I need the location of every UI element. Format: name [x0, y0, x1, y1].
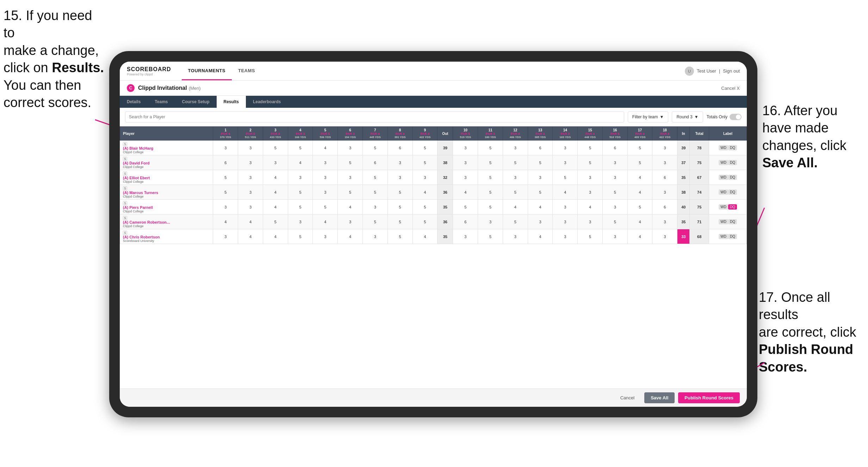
cancel-button[interactable]: Cancel	[614, 392, 641, 403]
hole-7-score[interactable]: 5	[362, 170, 388, 185]
nav-tournaments[interactable]: TOURNAMENTS	[182, 62, 232, 80]
hole-9-score[interactable]: 5	[413, 141, 438, 155]
hole-15-score[interactable]: 3	[578, 170, 603, 185]
hole-11-score[interactable]: 3	[478, 214, 503, 229]
hole-1-score[interactable]: 4	[213, 214, 238, 229]
hole-10-score[interactable]: 3	[453, 229, 478, 244]
filter-team-button[interactable]: Filter by team ▼	[628, 111, 669, 123]
hole-8-score[interactable]: 5	[388, 185, 413, 200]
dq-button[interactable]: DQ	[728, 234, 737, 239]
hole-7-score[interactable]: 3	[362, 229, 388, 244]
hole-1-score[interactable]: 6	[213, 155, 238, 170]
hole-18-score[interactable]: 3	[652, 185, 677, 200]
hole-3-score[interactable]: 5	[263, 141, 288, 155]
hole-2-score[interactable]: 3	[238, 185, 263, 200]
hole-4-score[interactable]: 4	[288, 155, 313, 170]
hole-10-score[interactable]: 4	[453, 185, 478, 200]
hole-8-score[interactable]: 5	[388, 214, 413, 229]
hole-14-score[interactable]: 3	[553, 155, 578, 170]
hole-13-score[interactable]: 3	[528, 170, 553, 185]
hole-2-score[interactable]: 3	[238, 200, 263, 214]
wd-button[interactable]: WD	[719, 189, 728, 195]
hole-17-score[interactable]: 5	[627, 200, 652, 214]
hole-6-score[interactable]: 3	[338, 214, 363, 229]
hole-7-score[interactable]: 5	[362, 185, 388, 200]
hole-4-score[interactable]: 5	[288, 200, 313, 214]
hole-16-score[interactable]: 3	[602, 155, 627, 170]
hole-6-score[interactable]: 4	[338, 200, 363, 214]
wd-button[interactable]: WD	[719, 219, 728, 224]
hole-18-score[interactable]: 6	[652, 170, 677, 185]
hole-15-score[interactable]: 3	[578, 214, 603, 229]
hole-14-score[interactable]: 3	[553, 229, 578, 244]
hole-10-score[interactable]: 3	[453, 141, 478, 155]
hole-8-score[interactable]: 5	[388, 229, 413, 244]
hole-6-score[interactable]: 4	[338, 229, 363, 244]
dq-button[interactable]: DQ	[728, 204, 737, 210]
nav-teams[interactable]: TEAMS	[232, 62, 261, 80]
hole-11-score[interactable]: 5	[478, 155, 503, 170]
hole-5-score[interactable]: 3	[313, 170, 338, 185]
dq-button[interactable]: DQ	[728, 189, 737, 195]
tab-teams[interactable]: Teams	[148, 96, 175, 108]
hole-5-score[interactable]: 5	[313, 200, 338, 214]
hole-1-score[interactable]: 3	[213, 229, 238, 244]
hole-11-score[interactable]: 5	[478, 200, 503, 214]
hole-4-score[interactable]: 3	[288, 170, 313, 185]
cancel-tournament-button[interactable]: Cancel X	[721, 86, 740, 91]
hole-1-score[interactable]: 5	[213, 170, 238, 185]
hole-12-score[interactable]: 5	[503, 155, 528, 170]
dq-button[interactable]: DQ	[728, 219, 737, 224]
hole-9-score[interactable]: 3	[413, 170, 438, 185]
wd-button[interactable]: WD	[719, 204, 728, 210]
hole-4-score[interactable]: 5	[288, 141, 313, 155]
hole-3-score[interactable]: 4	[263, 170, 288, 185]
hole-10-score[interactable]: 3	[453, 170, 478, 185]
hole-14-score[interactable]: 3	[553, 141, 578, 155]
hole-7-score[interactable]: 5	[362, 214, 388, 229]
hole-5-score[interactable]: 3	[313, 185, 338, 200]
hole-13-score[interactable]: 4	[528, 229, 553, 244]
hole-3-score[interactable]: 5	[263, 214, 288, 229]
hole-14-score[interactable]: 3	[553, 214, 578, 229]
hole-17-score[interactable]: 4	[627, 185, 652, 200]
hole-7-score[interactable]: 6	[362, 155, 388, 170]
totals-only-toggle[interactable]: Totals Only	[707, 114, 742, 120]
hole-7-score[interactable]: 3	[362, 200, 388, 214]
hole-10-score[interactable]: 6	[453, 214, 478, 229]
hole-15-score[interactable]: 4	[578, 200, 603, 214]
hole-3-score[interactable]: 4	[263, 229, 288, 244]
hole-1-score[interactable]: 3	[213, 141, 238, 155]
hole-12-score[interactable]: 4	[503, 200, 528, 214]
hole-13-score[interactable]: 5	[528, 185, 553, 200]
hole-2-score[interactable]: 3	[238, 170, 263, 185]
hole-7-score[interactable]: 5	[362, 141, 388, 155]
hole-17-score[interactable]: 5	[627, 155, 652, 170]
round-selector-button[interactable]: Round 3 ▼	[672, 111, 703, 123]
hole-15-score[interactable]: 5	[578, 141, 603, 155]
wd-button[interactable]: WD	[719, 175, 728, 180]
hole-9-score[interactable]: 4	[413, 185, 438, 200]
hole-14-score[interactable]: 3	[553, 200, 578, 214]
hole-8-score[interactable]: 6	[388, 141, 413, 155]
hole-5-score[interactable]: 3	[313, 229, 338, 244]
hole-13-score[interactable]: 6	[528, 141, 553, 155]
hole-9-score[interactable]: 5	[413, 200, 438, 214]
hole-12-score[interactable]: 5	[503, 185, 528, 200]
hole-14-score[interactable]: 4	[553, 185, 578, 200]
wd-button[interactable]: WD	[719, 234, 728, 239]
hole-16-score[interactable]: 3	[602, 170, 627, 185]
dq-button[interactable]: DQ	[728, 160, 737, 165]
hole-13-score[interactable]: 3	[528, 214, 553, 229]
search-input[interactable]	[125, 111, 624, 123]
hole-1-score[interactable]: 3	[213, 200, 238, 214]
hole-17-score[interactable]: 4	[627, 170, 652, 185]
tab-course-setup[interactable]: Course Setup	[175, 96, 217, 108]
hole-5-score[interactable]: 4	[313, 141, 338, 155]
hole-16-score[interactable]: 3	[602, 200, 627, 214]
hole-8-score[interactable]: 5	[388, 200, 413, 214]
hole-5-score[interactable]: 4	[313, 214, 338, 229]
tab-details[interactable]: Details	[120, 96, 148, 108]
hole-18-score[interactable]: 3	[652, 229, 677, 244]
hole-12-score[interactable]: 5	[503, 214, 528, 229]
